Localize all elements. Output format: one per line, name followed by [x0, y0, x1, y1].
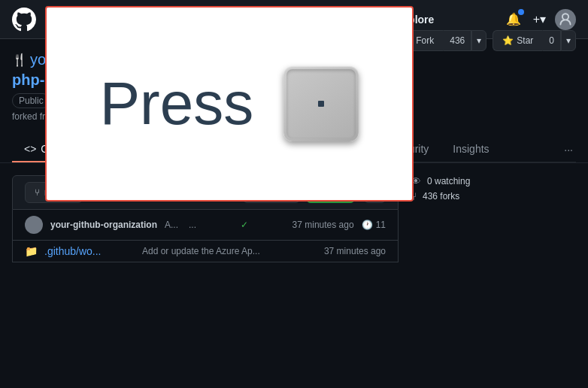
github-logo[interactable]	[12, 8, 36, 32]
code-icon: <>	[24, 143, 36, 155]
tab-more[interactable]: ···	[561, 137, 576, 162]
commit-avatar	[25, 216, 43, 234]
watching-label: 0 watching	[427, 176, 470, 186]
star-count: 0	[542, 30, 561, 51]
forks-label: 436 forks	[423, 191, 459, 202]
watching-item: 👁 0 watching	[411, 175, 576, 187]
more-dots-icon: ···	[564, 144, 573, 156]
fork-caret[interactable]: ▾	[471, 30, 486, 51]
star-button[interactable]: ⭐ Star	[493, 30, 542, 51]
tab-insights-label: Insights	[453, 143, 489, 155]
sidebar: 👁 0 watching ⑂ 436 forks	[411, 175, 576, 262]
key-dot	[318, 101, 324, 107]
commit-check-icon: ✓	[241, 220, 248, 230]
file-row-github: 📁 .github/wo... Add or update the Azure …	[12, 241, 399, 262]
fork-count: 436	[443, 30, 471, 51]
star-icon: ⭐	[502, 35, 514, 46]
folder-icon: 📁	[25, 245, 37, 257]
star-caret[interactable]: ▾	[561, 30, 576, 51]
tab-insights[interactable]: Insights	[441, 137, 501, 162]
header-actions: 🔔 +▾	[503, 9, 576, 30]
notification-dot	[518, 9, 524, 15]
file-name-link[interactable]: .github/wo...	[44, 245, 135, 257]
fork-label: Fork	[416, 35, 434, 46]
commit-author[interactable]: your-github-organization	[50, 220, 157, 230]
commit-author-suffix: A...	[165, 220, 178, 230]
branch-icon: ⑂	[35, 187, 40, 198]
commit-row: your-github-organization A... ... ✓ 37 m…	[12, 210, 399, 241]
notifications-button[interactable]: 🔔	[503, 9, 524, 29]
press-text: Press	[100, 69, 254, 138]
star-button-group: ⭐ Star 0 ▾	[493, 30, 576, 51]
history-icon: 🕐	[362, 220, 373, 230]
file-time: 37 minutes ago	[324, 246, 386, 256]
commit-menu[interactable]: ...	[189, 220, 196, 230]
commit-count-num: 11	[376, 220, 386, 230]
press-overlay: Press	[45, 6, 414, 202]
file-commit-message: Add or update the Azure Ap...	[142, 246, 317, 256]
keyboard-key	[283, 66, 359, 141]
commit-history[interactable]: 🕐 11	[362, 220, 386, 230]
forks-item: ⑂ 436 forks	[411, 190, 576, 202]
commit-time: 37 minutes ago	[292, 220, 354, 230]
star-label: Star	[517, 35, 533, 46]
avatar[interactable]	[555, 9, 576, 30]
create-button[interactable]: +▾	[530, 9, 549, 29]
